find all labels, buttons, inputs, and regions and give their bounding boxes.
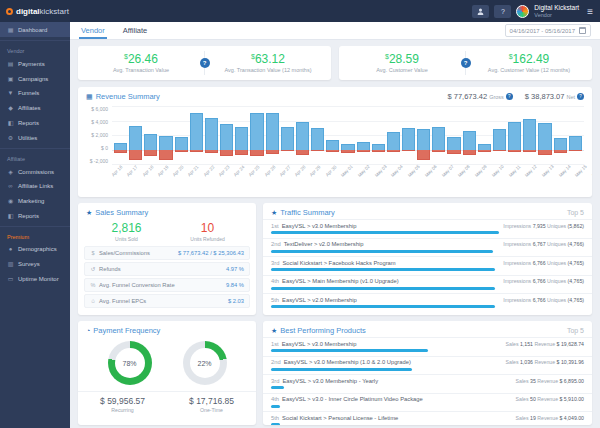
- bar-may-03[interactable]: [372, 106, 385, 164]
- best-products-panel: ★ Best Performing Products Top 5 1stEasy…: [263, 321, 592, 425]
- refund-bar: [235, 150, 248, 156]
- bar-apr-18[interactable]: [144, 106, 157, 164]
- sales-label: Sales: [516, 396, 530, 402]
- bar-apr-16[interactable]: [114, 106, 127, 164]
- uniques-label: Uniques: [546, 278, 568, 284]
- detail-row: ◔ Payment Frequency 78%22% $ 59,956.57Re…: [78, 321, 592, 425]
- calendar-icon: [579, 27, 586, 34]
- bar-may-13[interactable]: [523, 106, 536, 164]
- payments-icon: ▤: [7, 60, 14, 67]
- gross-info-icon[interactable]: ?: [506, 93, 513, 100]
- sidebar-item-label: Commissions: [18, 169, 54, 175]
- sales-row-refunds: ↺Refunds4.97 %: [84, 262, 250, 276]
- bar-apr-24[interactable]: [235, 106, 248, 164]
- product-row-4th[interactable]: 4thEasyVSL > v3.0 - Inner Circle Platinu…: [263, 393, 592, 412]
- bar-may-06[interactable]: [417, 106, 430, 164]
- bar-may-05[interactable]: [402, 106, 415, 164]
- bar-apr-22[interactable]: [205, 106, 218, 164]
- user-info[interactable]: Digital Kickstart Vendor: [534, 4, 579, 17]
- bar-may-08[interactable]: [447, 106, 460, 164]
- bar-may-07[interactable]: [432, 106, 445, 164]
- product-row-name: 4thEasyVSL > v3.0 - Inner Circle Platinu…: [271, 396, 423, 402]
- bar-may-15[interactable]: [554, 106, 567, 164]
- bar-apr-23[interactable]: [220, 106, 233, 164]
- sidebar-item-dashboard[interactable]: ▦Dashboard: [0, 22, 70, 37]
- sidebar-item-affiliates[interactable]: ◆Affiliates: [0, 100, 70, 115]
- stat-amount: 28.59: [389, 52, 419, 66]
- sidebar-item-reports[interactable]: ◧Reports: [0, 115, 70, 130]
- bar-may-09[interactable]: [463, 106, 476, 164]
- menu-icon[interactable]: ≡: [587, 6, 593, 17]
- sales-row-label: $Sales/Commissions: [90, 250, 150, 256]
- bar-apr-25[interactable]: [250, 106, 263, 164]
- amount-label: One-Time: [167, 407, 256, 413]
- bar-may-12[interactable]: [508, 106, 521, 164]
- sidebar-item-demographics[interactable]: ●Demographics: [0, 242, 70, 256]
- progress-track: [271, 305, 499, 308]
- bar-apr-30[interactable]: [326, 106, 339, 164]
- sales-label: Sales: [516, 415, 530, 421]
- epc-icon: ✩: [90, 298, 96, 304]
- traffic-row-3rd[interactable]: 3rdSocial Kickstart > Facebook Hacks Pro…: [263, 256, 592, 275]
- sales-row-label: ✩Avg. Funnel EPCs: [90, 298, 146, 304]
- product-row-1st[interactable]: 1stEasyVSL > v3.0 MembershipSales 1,151 …: [263, 337, 592, 356]
- help-icon[interactable]: ?: [461, 58, 471, 68]
- bar-may-11[interactable]: [493, 106, 506, 164]
- bar-apr-20[interactable]: [175, 106, 188, 164]
- help-icon[interactable]: ?: [200, 58, 210, 68]
- product-row-meta: Sales 1,036 Revenue $ 10,391.96: [506, 359, 584, 365]
- amount-value: $ 17,716.85: [167, 396, 256, 406]
- stat-label: Avg. Transaction Value (12 months): [205, 67, 331, 73]
- sidebar-item-commissions[interactable]: ◈Commissions: [0, 164, 70, 179]
- sidebar-item-uptime-monitor[interactable]: ▭Uptime Monitor: [0, 271, 70, 286]
- sidebar-nav: ▦DashboardVendor▤Payments▣Campaigns▼Funn…: [0, 22, 70, 286]
- bar-apr-19[interactable]: [159, 106, 172, 164]
- sidebar-item-reports[interactable]: ◧Reports: [0, 208, 70, 223]
- date-range-picker[interactable]: 04/16/2017 - 05/16/2017: [505, 24, 591, 37]
- bar-apr-26[interactable]: [266, 106, 279, 164]
- traffic-row-name: 2ndTextDeliver > v2.0 Membership: [271, 241, 363, 247]
- traffic-row-2nd[interactable]: 2ndTextDeliver > v2.0 MembershipImpressi…: [263, 238, 592, 257]
- bar-apr-21[interactable]: [190, 106, 203, 164]
- bar-may-10[interactable]: [478, 106, 491, 164]
- sidebar-item-funnels[interactable]: ▼Funnels: [0, 86, 70, 100]
- product-row-3rd[interactable]: 3rdEasyVSL > v3.0 Membership - YearlySal…: [263, 374, 592, 393]
- bar-may-02[interactable]: [357, 106, 370, 164]
- product-row-5th[interactable]: 5thSocial Kickstart > Personal License -…: [263, 411, 592, 425]
- traffic-row-1st[interactable]: 1stEasyVSL > v3.0 MembershipImpressions …: [263, 219, 592, 238]
- tab-affiliate[interactable]: Affiliate: [121, 22, 149, 39]
- bar-apr-29[interactable]: [311, 106, 324, 164]
- revenue-label: Revenue: [536, 396, 560, 402]
- bar-apr-27[interactable]: [281, 106, 294, 164]
- bar-apr-28[interactable]: [296, 106, 309, 164]
- refund-bar: [432, 150, 445, 152]
- sidebar-item-marketing[interactable]: ◉Marketing: [0, 193, 70, 208]
- revenue-chart: $ 6,000$ 4,000$ 2,000$ 0$ -2,000 Apr 16A…: [78, 103, 592, 182]
- user-button[interactable]: [472, 5, 489, 18]
- help-button[interactable]: ?: [494, 5, 511, 18]
- sidebar-item-utilities[interactable]: ⚙Utilities: [0, 130, 70, 145]
- bar-may-16[interactable]: [569, 106, 582, 164]
- tab-vendor[interactable]: Vendor: [79, 22, 107, 39]
- bar-apr-17[interactable]: [129, 106, 142, 164]
- bar-may-04[interactable]: [387, 106, 400, 164]
- sidebar-item-affiliate-links[interactable]: ∞Affiliate Links: [0, 179, 70, 193]
- avatar[interactable]: [516, 5, 529, 18]
- product-name: EasyVSL > v2.0 Membership: [282, 297, 357, 303]
- sidebar-item-payments[interactable]: ▤Payments: [0, 56, 70, 71]
- net-info-icon[interactable]: ?: [577, 93, 584, 100]
- plot: [112, 106, 584, 164]
- product-row-name: 3rdEasyVSL > v3.0 Membership - Yearly: [271, 378, 378, 384]
- traffic-row-4th[interactable]: 4thEasyVSL > Main Membership (v1.0 Upgra…: [263, 275, 592, 294]
- sidebar-item-campaigns[interactable]: ▣Campaigns: [0, 71, 70, 86]
- net-label: Net: [566, 94, 575, 100]
- product-row-2nd[interactable]: 2ndEasyVSL > v3.0 Membership (1.0 & 2.0 …: [263, 356, 592, 375]
- traffic-summary-head: ★ Traffic Summary Top 5: [263, 203, 592, 219]
- sidebar-item-surveys[interactable]: ▥Surveys: [0, 256, 70, 271]
- bar-may-14[interactable]: [538, 106, 551, 164]
- stat-amount: 26.46: [128, 52, 158, 66]
- brand-logo[interactable]: digitalkickstart: [0, 7, 70, 16]
- bar-may-01[interactable]: [341, 106, 354, 164]
- traffic-row-5th[interactable]: 5thEasyVSL > v2.0 MembershipImpressions …: [263, 293, 592, 312]
- best-products-title: ★ Best Performing Products: [271, 326, 366, 335]
